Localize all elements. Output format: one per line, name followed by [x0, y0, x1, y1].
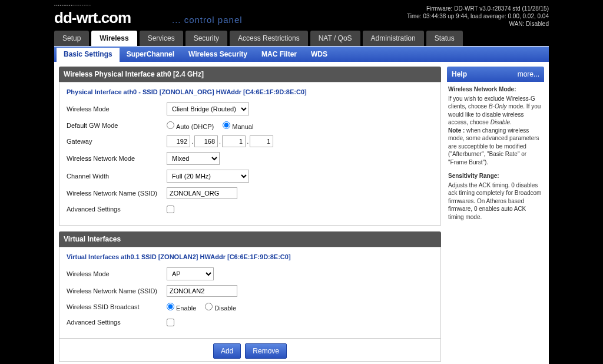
gateway-octet-4[interactable]	[250, 135, 273, 147]
add-remove-bar: Add Remove	[59, 339, 441, 362]
radio-gw-auto[interactable]	[167, 121, 174, 129]
select-wireless-mode[interactable]: Client Bridge (Routed)	[167, 102, 249, 115]
help-title: Help more...	[447, 67, 544, 82]
tab-services[interactable]: Services	[140, 31, 183, 46]
subtab-wireless-security[interactable]: Wireless Security	[181, 47, 254, 62]
radio-gw-auto-label[interactable]: Auto (DHCP)	[167, 123, 214, 130]
help-more-link[interactable]: more...	[518, 70, 539, 78]
tab-administration[interactable]: Administration	[363, 31, 424, 46]
header: ▪▪▪▪▪▪▪▪▪▪▫▫▫▫▫▫▫▫▫▫ dd-wrt.com ... cont…	[54, 4, 549, 27]
tab-status[interactable]: Status	[426, 31, 463, 46]
gateway-octet-2[interactable]	[194, 135, 218, 147]
select-channel-width[interactable]: Full (20 MHz)	[167, 170, 249, 183]
label-ssid-broadcast: Wireless SSID Broadcast	[67, 303, 167, 310]
label-channel-width: Channel Width	[67, 173, 167, 180]
virt-legend: Virtual Interfaces ath0.1 SSID [ZONOLAN2…	[67, 253, 433, 265]
virt-panel: Virtual Interfaces ath0.1 SSID [ZONOLAN2…	[59, 247, 441, 339]
help-mode-text: If you wish to exclude Wireless-G client…	[448, 95, 543, 167]
wan-status: WAN: Disabled	[407, 20, 549, 28]
input-ssid[interactable]	[167, 187, 237, 199]
tab-security[interactable]: Security	[185, 31, 227, 46]
label-network-mode: Wireless Network Mode	[67, 155, 167, 162]
subtab-basic-settings[interactable]: Basic Settings	[57, 48, 120, 62]
radio-bcast-enable-label[interactable]: Enable	[167, 305, 196, 312]
gateway-octet-3[interactable]	[222, 135, 246, 147]
virt-panel-title: Virtual Interfaces	[59, 231, 441, 247]
label-ssid: Wireless Network Name (SSID)	[67, 190, 167, 197]
main-tabs: Setup Wireless Services Security Access …	[54, 31, 549, 46]
sub-tabs: Basic Settings SuperChannel Wireless Sec…	[54, 46, 549, 62]
label-virt-mode: Wireless Mode	[67, 270, 167, 277]
label-virt-ssid: Wireless Network Name (SSID)	[67, 287, 167, 294]
radio-bcast-disable-label[interactable]: Disable	[205, 305, 236, 312]
label-wireless-mode: Wireless Mode	[67, 105, 167, 112]
select-virt-mode[interactable]: AP	[167, 267, 214, 280]
subtab-mac-filter[interactable]: MAC Filter	[254, 47, 304, 62]
phy-legend: Physical Interface ath0 - SSID [ZONOLAN_…	[67, 88, 433, 100]
add-button[interactable]: Add	[213, 343, 241, 359]
help-sens-heading: Sensitivity Range:	[448, 172, 543, 180]
checkbox-advanced-phy[interactable]	[167, 206, 174, 213]
tab-wireless[interactable]: Wireless	[91, 31, 137, 46]
gateway-octet-1[interactable]	[167, 135, 190, 147]
radio-bcast-disable[interactable]	[205, 303, 213, 310]
tab-access-restrictions[interactable]: Access Restrictions	[230, 31, 308, 46]
radio-gw-manual[interactable]	[223, 121, 230, 129]
radio-bcast-enable[interactable]	[167, 303, 174, 310]
firmware-version: Firmware: DD-WRT v3.0-r28374 std (11/28/…	[407, 5, 549, 12]
logo: dd-wrt.com	[54, 9, 131, 27]
system-time: Time: 03:44:38 up 9:44, load average: 0.…	[407, 12, 549, 20]
checkbox-advanced-virt[interactable]	[167, 319, 174, 326]
radio-gw-manual-label[interactable]: Manual	[223, 123, 253, 130]
input-virt-ssid[interactable]	[167, 285, 237, 297]
status-box: Firmware: DD-WRT v3.0-r28374 std (11/28/…	[407, 5, 549, 28]
label-gw-mode: Default GW Mode	[67, 122, 167, 129]
header-decoration: ▪▪▪▪▪▪▪▪▪▪▫▫▫▫▫▫▫▫▫▫	[54, 4, 91, 7]
subtab-superchannel[interactable]: SuperChannel	[120, 47, 181, 62]
label-advanced: Advanced Settings	[67, 206, 167, 213]
remove-button[interactable]: Remove	[245, 343, 287, 359]
help-mode-heading: Wireless Network Mode:	[448, 85, 543, 94]
phy-panel-title: Wireless Physical Interface ath0 [2.4 GH…	[59, 67, 441, 82]
subtab-wds[interactable]: WDS	[304, 47, 334, 62]
label-gateway: Gateway	[67, 138, 167, 145]
select-network-mode[interactable]: Mixed	[167, 152, 220, 165]
tab-nat-qos[interactable]: NAT / QoS	[310, 31, 360, 46]
tab-setup[interactable]: Setup	[54, 31, 89, 46]
label-virt-advanced: Advanced Settings	[67, 319, 167, 326]
phy-panel: Physical Interface ath0 - SSID [ZONOLAN_…	[59, 82, 441, 226]
help-body: Wireless Network Mode: If you wish to ex…	[447, 82, 544, 230]
help-sens-text: Adjusts the ACK timing. 0 disables ack t…	[448, 181, 543, 221]
footer-buttons: Save Apply Settings Cancel Changes	[59, 362, 441, 364]
subtitle: ... control panel	[172, 15, 243, 25]
